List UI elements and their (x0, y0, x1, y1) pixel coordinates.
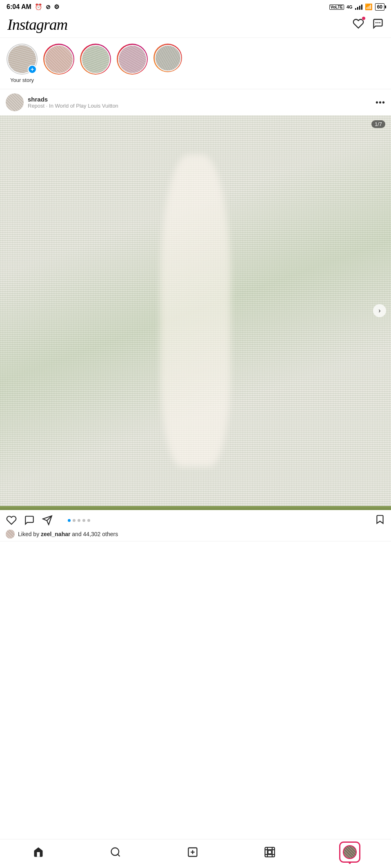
post-user-info: shrads Repost · In World of Play Louis V… (6, 93, 118, 111)
post-user-avatar (6, 93, 24, 111)
post-more-button[interactable]: ••• (375, 98, 385, 107)
post-page-indicator: 1/7 (371, 120, 385, 128)
app-header: Instagram (0, 12, 391, 38)
story-item-4[interactable] (117, 44, 148, 83)
post-next-button[interactable]: › (373, 304, 386, 317)
story-avatar-4 (118, 45, 147, 74)
home-icon (33, 846, 44, 858)
post-subtitle: Repost · In World of Play Louis Vuitton (28, 103, 118, 109)
post-username: shrads (28, 96, 118, 103)
post-image-inner: 1/7 › (0, 115, 391, 506)
reels-icon (264, 846, 275, 858)
activity-button[interactable] (353, 18, 364, 31)
battery-icon: 60 (375, 3, 384, 11)
own-story-label: Your story (10, 77, 34, 83)
signal-bars (355, 4, 362, 10)
nav-reels-button[interactable] (264, 846, 275, 858)
svg-rect-7 (265, 847, 274, 857)
status-time: 6:04 AM (7, 3, 31, 11)
header-icons (353, 18, 384, 31)
create-icon (187, 846, 198, 858)
add-story-icon: + (28, 65, 37, 74)
own-story-item[interactable]: + Your story (7, 44, 38, 83)
post-actions (0, 510, 391, 529)
story-item-3[interactable] (80, 44, 111, 83)
story-avatar-wrap-4 (117, 44, 148, 75)
story-avatar-wrap-3 (80, 44, 111, 75)
search-icon (110, 846, 121, 858)
story-avatar-2 (44, 45, 73, 74)
story-avatar-wrap-5 (153, 44, 182, 72)
4g-label: 4G (347, 4, 353, 9)
story-avatar-5 (155, 45, 181, 71)
nav-home-button[interactable] (33, 846, 44, 858)
post-image-placeholder (0, 115, 391, 506)
svg-line-3 (118, 854, 120, 856)
carousel-dot-4 (82, 519, 85, 522)
bottom-navigation (0, 839, 391, 868)
save-icon (375, 514, 385, 525)
carousel-dots (68, 519, 90, 522)
carousel-dot-5 (87, 519, 90, 522)
share-button[interactable] (42, 515, 53, 526)
like-icon (6, 515, 17, 526)
likes-username[interactable]: zeel_nahar (41, 531, 70, 537)
likes-avatar (6, 530, 15, 539)
media-icon: ⊘ (46, 4, 51, 10)
own-story-avatar-wrap: + (7, 44, 38, 75)
likes-text: Liked by zeel_nahar and 44,302 others (18, 531, 118, 537)
status-right: VoLTE 4G 📶 60 (329, 3, 384, 11)
story-avatar-wrap-2 (43, 44, 74, 75)
likes-others: and 44,302 others (72, 531, 118, 537)
story-avatar-3 (81, 45, 110, 74)
story-item-5[interactable] (153, 44, 182, 83)
status-bar: 6:04 AM ⏰ ⊘ ⚙ VoLTE 4G 📶 60 (0, 0, 391, 12)
settings-icon: ⚙ (54, 3, 59, 11)
like-button[interactable] (6, 515, 17, 526)
alarm-icon: ⏰ (35, 3, 42, 11)
nav-search-button[interactable] (110, 846, 121, 858)
instagram-logo: Instagram (7, 15, 67, 33)
messages-button[interactable] (372, 18, 384, 31)
notification-badge (362, 16, 366, 20)
story-item-2[interactable] (43, 44, 74, 83)
post-header: shrads Repost · In World of Play Louis V… (0, 89, 391, 115)
post-likes: Liked by zeel_nahar and 44,302 others (0, 529, 391, 541)
save-button[interactable] (375, 514, 385, 526)
post-image: 1/7 › (0, 115, 391, 510)
profile-nav-avatar (343, 845, 357, 859)
post-grass-bar (0, 506, 391, 510)
post-avatar-img (6, 93, 24, 111)
post-container: shrads Repost · In World of Play Louis V… (0, 89, 391, 541)
svg-point-2 (111, 848, 119, 856)
post-user-text: shrads Repost · In World of Play Louis V… (28, 96, 118, 109)
nav-create-button[interactable] (187, 846, 198, 858)
nav-profile-button[interactable] (341, 844, 358, 861)
wifi-icon: 📶 (365, 3, 373, 11)
status-left: 6:04 AM ⏰ ⊘ ⚙ (7, 3, 59, 11)
share-icon (42, 515, 53, 526)
svg-point-8 (268, 850, 271, 854)
stories-bar: + Your story (0, 38, 391, 89)
messenger-icon (372, 18, 384, 29)
carousel-dot-1 (68, 519, 71, 522)
bottom-nav-spacer (0, 541, 391, 574)
comment-icon (24, 515, 35, 526)
carousel-dot-2 (73, 519, 76, 522)
profile-active-dot (349, 862, 351, 864)
carousel-dot-3 (78, 519, 80, 522)
volte-label: VoLTE (329, 4, 344, 10)
comment-button[interactable] (24, 515, 35, 526)
